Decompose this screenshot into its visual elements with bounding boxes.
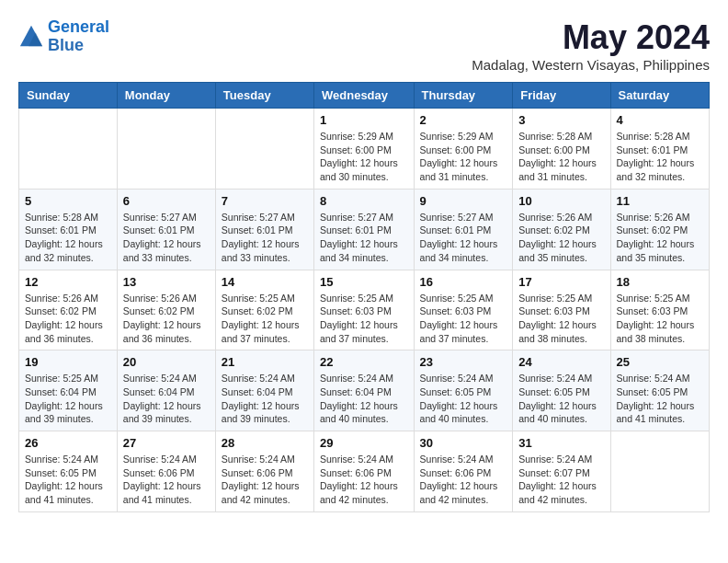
day-info: Sunrise: 5:27 AM Sunset: 6:01 PM Dayligh… [222,211,308,265]
day-info: Sunrise: 5:29 AM Sunset: 6:00 PM Dayligh… [320,130,408,184]
calendar-cell [117,109,215,190]
logo-icon [18,24,44,50]
day-info: Sunrise: 5:25 AM Sunset: 6:03 PM Dayligh… [617,292,703,346]
logo: General Blue [18,18,109,55]
calendar-cell: 8Sunrise: 5:27 AM Sunset: 6:01 PM Daylig… [314,189,415,270]
day-info: Sunrise: 5:28 AM Sunset: 6:00 PM Dayligh… [518,130,604,184]
day-info: Sunrise: 5:24 AM Sunset: 6:06 PM Dayligh… [320,453,408,507]
calendar-cell: 25Sunrise: 5:24 AM Sunset: 6:05 PM Dayli… [610,350,709,431]
calendar-cell: 31Sunrise: 5:24 AM Sunset: 6:07 PM Dayli… [513,431,610,512]
location-title: Madalag, Western Visayas, Philippines [472,57,710,73]
day-info: Sunrise: 5:24 AM Sunset: 6:04 PM Dayligh… [123,372,210,426]
calendar-cell: 26Sunrise: 5:24 AM Sunset: 6:05 PM Dayli… [19,431,118,512]
calendar-cell: 13Sunrise: 5:26 AM Sunset: 6:02 PM Dayli… [117,270,215,350]
calendar-cell: 10Sunrise: 5:26 AM Sunset: 6:02 PM Dayli… [513,189,610,270]
day-info: Sunrise: 5:26 AM Sunset: 6:02 PM Dayligh… [617,211,703,265]
day-number: 14 [222,275,308,289]
day-number: 28 [222,436,308,450]
calendar-cell: 11Sunrise: 5:26 AM Sunset: 6:02 PM Dayli… [610,189,709,270]
day-info: Sunrise: 5:24 AM Sunset: 6:05 PM Dayligh… [25,453,111,507]
day-info: Sunrise: 5:25 AM Sunset: 6:04 PM Dayligh… [25,372,111,426]
calendar-header-row: SundayMondayTuesdayWednesdayThursdayFrid… [19,83,710,109]
day-number: 15 [320,275,408,289]
calendar-cell: 7Sunrise: 5:27 AM Sunset: 6:01 PM Daylig… [215,189,313,270]
day-number: 20 [123,355,210,369]
day-number: 22 [320,355,408,369]
calendar-week-1: 1Sunrise: 5:29 AM Sunset: 6:00 PM Daylig… [19,109,710,190]
calendar-week-2: 5Sunrise: 5:28 AM Sunset: 6:01 PM Daylig… [19,189,710,270]
calendar-cell: 30Sunrise: 5:24 AM Sunset: 6:06 PM Dayli… [414,431,513,512]
day-number: 10 [518,194,604,208]
logo-line1: General [48,17,109,36]
logo-text: General Blue [48,18,109,55]
day-number: 13 [123,275,210,289]
day-info: Sunrise: 5:29 AM Sunset: 6:00 PM Dayligh… [420,130,507,184]
calendar-cell: 29Sunrise: 5:24 AM Sunset: 6:06 PM Dayli… [314,431,415,512]
day-info: Sunrise: 5:24 AM Sunset: 6:05 PM Dayligh… [518,372,604,426]
day-number: 5 [25,194,111,208]
day-number: 26 [25,436,111,450]
day-info: Sunrise: 5:24 AM Sunset: 6:05 PM Dayligh… [420,372,507,426]
calendar-cell: 21Sunrise: 5:24 AM Sunset: 6:04 PM Dayli… [215,350,313,431]
calendar-cell: 24Sunrise: 5:24 AM Sunset: 6:05 PM Dayli… [513,350,610,431]
calendar-cell: 6Sunrise: 5:27 AM Sunset: 6:01 PM Daylig… [117,189,215,270]
day-number: 4 [617,113,703,127]
calendar-cell: 12Sunrise: 5:26 AM Sunset: 6:02 PM Dayli… [19,270,118,350]
logo-line2: Blue [48,36,84,54]
day-info: Sunrise: 5:26 AM Sunset: 6:02 PM Dayligh… [123,292,210,346]
day-number: 25 [617,355,703,369]
day-info: Sunrise: 5:25 AM Sunset: 6:03 PM Dayligh… [518,292,604,346]
day-info: Sunrise: 5:24 AM Sunset: 6:04 PM Dayligh… [222,372,308,426]
calendar-cell: 9Sunrise: 5:27 AM Sunset: 6:01 PM Daylig… [414,189,513,270]
calendar-week-4: 19Sunrise: 5:25 AM Sunset: 6:04 PM Dayli… [19,350,710,431]
day-info: Sunrise: 5:28 AM Sunset: 6:01 PM Dayligh… [25,211,111,265]
day-number: 6 [123,194,210,208]
calendar-cell: 23Sunrise: 5:24 AM Sunset: 6:05 PM Dayli… [414,350,513,431]
title-section: May 2024 Madalag, Western Visayas, Phili… [472,18,710,73]
day-info: Sunrise: 5:24 AM Sunset: 6:05 PM Dayligh… [617,372,703,426]
day-header-friday: Friday [513,83,610,109]
calendar-cell: 22Sunrise: 5:24 AM Sunset: 6:04 PM Dayli… [314,350,415,431]
day-number: 18 [617,275,703,289]
calendar-cell: 14Sunrise: 5:25 AM Sunset: 6:02 PM Dayli… [215,270,313,350]
day-header-monday: Monday [117,83,215,109]
calendar-cell [610,431,709,512]
day-info: Sunrise: 5:24 AM Sunset: 6:06 PM Dayligh… [420,453,507,507]
day-number: 11 [617,194,703,208]
day-info: Sunrise: 5:26 AM Sunset: 6:02 PM Dayligh… [25,292,111,346]
day-number: 29 [320,436,408,450]
day-number: 16 [420,275,507,289]
day-info: Sunrise: 5:25 AM Sunset: 6:03 PM Dayligh… [420,292,507,346]
day-number: 9 [420,194,507,208]
calendar-cell: 27Sunrise: 5:24 AM Sunset: 6:06 PM Dayli… [117,431,215,512]
day-info: Sunrise: 5:26 AM Sunset: 6:02 PM Dayligh… [518,211,604,265]
page-header: General Blue May 2024 Madalag, Western V… [18,18,710,73]
calendar-cell: 19Sunrise: 5:25 AM Sunset: 6:04 PM Dayli… [19,350,118,431]
day-number: 12 [25,275,111,289]
day-number: 2 [420,113,507,127]
day-number: 19 [25,355,111,369]
calendar-week-5: 26Sunrise: 5:24 AM Sunset: 6:05 PM Dayli… [19,431,710,512]
calendar-cell [215,109,313,190]
day-info: Sunrise: 5:25 AM Sunset: 6:02 PM Dayligh… [222,292,308,346]
day-header-thursday: Thursday [414,83,513,109]
day-info: Sunrise: 5:25 AM Sunset: 6:03 PM Dayligh… [320,292,408,346]
day-number: 3 [518,113,604,127]
calendar-cell: 17Sunrise: 5:25 AM Sunset: 6:03 PM Dayli… [513,270,610,350]
calendar-cell: 15Sunrise: 5:25 AM Sunset: 6:03 PM Dayli… [314,270,415,350]
day-info: Sunrise: 5:24 AM Sunset: 6:06 PM Dayligh… [222,453,308,507]
day-info: Sunrise: 5:27 AM Sunset: 6:01 PM Dayligh… [123,211,210,265]
day-number: 31 [518,436,604,450]
calendar-cell: 28Sunrise: 5:24 AM Sunset: 6:06 PM Dayli… [215,431,313,512]
calendar-cell: 16Sunrise: 5:25 AM Sunset: 6:03 PM Dayli… [414,270,513,350]
calendar-cell: 1Sunrise: 5:29 AM Sunset: 6:00 PM Daylig… [314,109,415,190]
calendar-cell: 18Sunrise: 5:25 AM Sunset: 6:03 PM Dayli… [610,270,709,350]
day-number: 1 [320,113,408,127]
calendar-cell: 20Sunrise: 5:24 AM Sunset: 6:04 PM Dayli… [117,350,215,431]
day-number: 24 [518,355,604,369]
day-info: Sunrise: 5:27 AM Sunset: 6:01 PM Dayligh… [420,211,507,265]
day-number: 7 [222,194,308,208]
day-info: Sunrise: 5:27 AM Sunset: 6:01 PM Dayligh… [320,211,408,265]
day-number: 17 [518,275,604,289]
calendar-cell: 3Sunrise: 5:28 AM Sunset: 6:00 PM Daylig… [513,109,610,190]
